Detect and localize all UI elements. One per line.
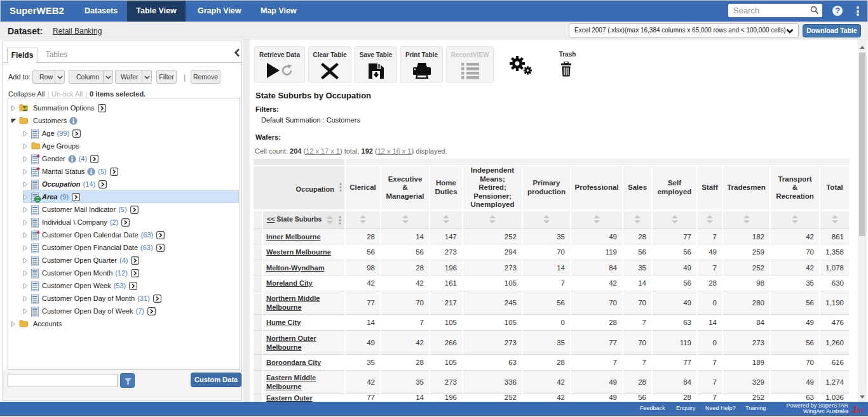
svg-text:Σ: Σ [22,105,27,112]
